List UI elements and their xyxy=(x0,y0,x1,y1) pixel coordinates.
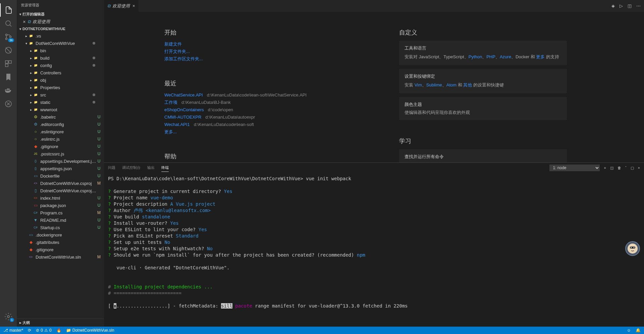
tree-item[interactable]: ▸📁build xyxy=(17,54,104,62)
tree-item[interactable]: <>DotnetCoreWithVue.csprojM xyxy=(17,180,104,187)
bookmark-icon[interactable] xyxy=(0,70,17,84)
tree-item[interactable]: ▼README.mdU xyxy=(17,216,104,224)
compass-icon[interactable]: ◈ xyxy=(611,3,615,8)
tree-item[interactable]: ▸📁wwwroot xyxy=(17,106,104,113)
start-link[interactable]: 新建文件 xyxy=(164,41,332,48)
tree-item[interactable]: <>index.htmlU xyxy=(17,194,104,202)
branch-item[interactable]: ⎇ master* xyxy=(3,328,23,333)
more-icon[interactable]: ⋯ xyxy=(636,3,641,8)
chevron-up-icon[interactable]: ˆ xyxy=(625,166,627,170)
extensions-icon[interactable] xyxy=(0,57,17,70)
svg-rect-13 xyxy=(630,247,635,249)
scm-icon[interactable]: 36 xyxy=(0,30,17,44)
split-icon[interactable]: ◫ xyxy=(628,3,632,8)
sync-item[interactable]: ⟳ xyxy=(28,328,31,333)
debug-icon[interactable] xyxy=(0,44,17,57)
maximize-icon[interactable]: ▢ xyxy=(631,166,634,170)
panel-actions: 1: node + ◫ 🗑 ˆ ▢ × xyxy=(549,164,640,171)
tree-item[interactable]: <>DotnetCoreWithVue.slnM xyxy=(17,253,104,261)
tree-item[interactable]: JS.postcssrc.jsU xyxy=(17,150,104,157)
start-link[interactable]: 打开文件夹... xyxy=(164,48,332,55)
tree-item[interactable]: ○.eslintignoreU xyxy=(17,128,104,135)
tree-item[interactable]: ▸📁.vs xyxy=(17,32,104,40)
svg-point-11 xyxy=(7,316,9,318)
new-terminal-icon[interactable]: + xyxy=(604,166,606,170)
tree-item[interactable]: ▸📁bin xyxy=(17,47,104,54)
assistant-avatar[interactable] xyxy=(625,241,640,256)
close-icon[interactable]: × xyxy=(132,3,135,8)
recent-item[interactable]: Wechat.API1d:\KenanLuData\code\lean-soft xyxy=(164,121,332,128)
svg-point-0 xyxy=(6,21,10,25)
terminal-select[interactable]: 1: node xyxy=(549,164,600,171)
activity-bar: 36 1 xyxy=(0,0,17,327)
tree-item[interactable]: ⚙.babelrcU xyxy=(17,113,104,121)
editor-tabs: ⧉ 欢迎使用 × ◈ ▷ ◫ ⋯ xyxy=(104,0,644,12)
tree-item[interactable]: ▾📁DotNetCoreWithVue xyxy=(17,40,104,47)
flame-icon[interactable]: 🔥 xyxy=(56,328,61,333)
tree-item[interactable]: {}appsettings.jsonU xyxy=(17,165,104,172)
tree-item[interactable]: ◆.gitignoreU xyxy=(17,143,104,150)
tree-item[interactable]: C#Program.csM xyxy=(17,209,104,216)
docker-icon[interactable] xyxy=(0,84,17,97)
errors-item[interactable]: ⊘ 0 ⚠ 0 xyxy=(36,328,51,333)
sln-item[interactable]: 📁 DotnetCoreWithVue.sln xyxy=(66,328,114,333)
bell-icon[interactable]: 🔔 xyxy=(636,328,641,333)
tree-item[interactable]: ▸📁src xyxy=(17,91,104,98)
close-panel-icon[interactable]: × xyxy=(638,166,640,170)
file-tree: ▸📁.vs▾📁DotNetCoreWithVue▸📁bin▸📁build▸📁co… xyxy=(17,32,104,319)
customize-box[interactable]: 颜色主题使编辑器和代码呈现你喜欢的外观 xyxy=(399,97,567,120)
open-editor-item[interactable]: × ⧉ 欢迎使用 xyxy=(17,18,104,25)
recent-item[interactable]: eShopOnContainersd:\code\open xyxy=(164,106,332,114)
panel-tabs: 问题调试控制台输出终端 1: node + ◫ 🗑 ˆ ▢ × xyxy=(104,163,644,173)
recent-item[interactable]: 工作项d:\KenanLuData\BJ-Bank xyxy=(164,99,332,106)
tree-item[interactable]: ▸📁static xyxy=(17,98,104,106)
run-icon[interactable]: ▷ xyxy=(620,3,623,8)
tree-item[interactable]: ▯DotnetCoreWithVue.csproj.user xyxy=(17,187,104,194)
tree-item[interactable]: ▸📁Properties xyxy=(17,84,104,91)
explorer-icon[interactable] xyxy=(0,3,17,17)
tree-item[interactable]: ▭.dockerignore xyxy=(17,231,104,239)
recent-item[interactable]: WeChatService.APId:\KenanLuData\code\lea… xyxy=(164,91,332,99)
project-header[interactable]: ▾DOTNETCOREWITHVUE xyxy=(17,25,104,32)
tree-item[interactable]: ◆.gitattributes xyxy=(17,239,104,246)
tree-item[interactable]: ◆.gitignore xyxy=(17,246,104,253)
customize-box[interactable]: 工具和语言安装对 JavaScript、TypeScript、Python、PH… xyxy=(399,41,567,65)
live-icon[interactable] xyxy=(0,97,17,111)
svg-point-2 xyxy=(6,34,7,36)
more-link[interactable]: 更多... xyxy=(164,128,332,136)
close-icon[interactable]: × xyxy=(23,19,25,24)
open-editors-header[interactable]: ▾打开的编辑器 xyxy=(17,10,104,18)
welcome-page: 开始 新建文件打开文件夹...添加工作区文件夹... 最近 WeChatServ… xyxy=(104,12,644,162)
svg-point-14 xyxy=(631,247,632,248)
settings-icon[interactable]: 1 xyxy=(0,310,17,323)
panel-tab[interactable]: 问题 xyxy=(108,164,115,172)
customize-box[interactable]: 设置和按键绑定安装 Vim、Sublime、Atom 和 其他 的设置和快捷键 xyxy=(399,69,567,93)
panel-tab[interactable]: 输出 xyxy=(147,164,155,172)
trash-icon[interactable]: 🗑 xyxy=(618,166,621,170)
tab-actions: ◈ ▷ ◫ ⋯ xyxy=(611,0,644,12)
recent-item[interactable]: CMMI-AUTOEXPRd:\KenanLuData\autoexpr xyxy=(164,114,332,121)
sidebar: 资源管理器 ▾打开的编辑器 × ⧉ 欢迎使用 ▾DOTNETCOREWITHVU… xyxy=(17,0,104,327)
tree-item[interactable]: ▸📁obj xyxy=(17,76,104,84)
tree-item[interactable]: C#Startup.csU xyxy=(17,224,104,231)
welcome-right: 自定义 工具和语言安装对 JavaScript、TypeScript、Pytho… xyxy=(399,22,567,162)
feedback-icon[interactable]: ☺ xyxy=(627,328,631,333)
customize-heading: 自定义 xyxy=(399,28,567,37)
panel-tab[interactable]: 调试控制台 xyxy=(122,164,141,172)
tree-item[interactable]: ▭DockerfileU xyxy=(17,172,104,180)
tab-welcome[interactable]: ⧉ 欢迎使用 × xyxy=(104,0,139,12)
tree-item[interactable]: ○.eslintrc.jsU xyxy=(17,135,104,143)
customize-box[interactable]: 查找并运行所有命令使用命令面板快速访问和搜索命令 (Ctrl+Shift+P) xyxy=(399,149,567,162)
tree-item[interactable]: ▸📁config xyxy=(17,62,104,69)
search-icon[interactable] xyxy=(0,17,17,30)
tree-item[interactable]: ⚙.editorconfigU xyxy=(17,121,104,128)
terminal[interactable]: PS D:\KenanLuData\code\lean-soft\DotnetC… xyxy=(104,173,644,327)
start-link[interactable]: 添加工作区文件夹... xyxy=(164,55,332,63)
split-terminal-icon[interactable]: ◫ xyxy=(610,166,613,170)
outline-header[interactable]: ▸ 大纲 xyxy=(17,319,104,327)
tree-item[interactable]: ▭package.jsonU xyxy=(17,202,104,209)
start-heading: 开始 xyxy=(164,28,332,37)
tree-item[interactable]: {}appsettings.Development.jsonU xyxy=(17,157,104,165)
panel-tab[interactable]: 终端 xyxy=(161,164,169,172)
tree-item[interactable]: ▸📁Controllers xyxy=(17,69,104,76)
